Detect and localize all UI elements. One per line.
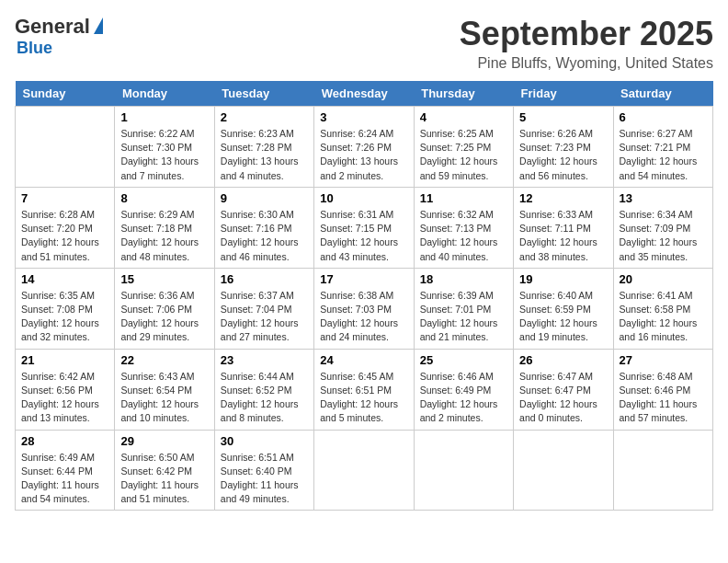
calendar-cell: 14Sunrise: 6:35 AMSunset: 7:08 PMDayligh… xyxy=(16,268,115,349)
week-row-1: 1Sunrise: 6:22 AMSunset: 7:30 PMDaylight… xyxy=(16,107,713,188)
day-info: Sunrise: 6:34 AMSunset: 7:09 PMDaylight:… xyxy=(620,208,707,264)
week-row-4: 21Sunrise: 6:42 AMSunset: 6:56 PMDayligh… xyxy=(16,349,713,430)
day-number: 20 xyxy=(620,272,707,286)
logo-triangle-icon xyxy=(94,17,103,34)
day-info: Sunrise: 6:25 AMSunset: 7:25 PMDaylight:… xyxy=(420,127,507,183)
day-info: Sunrise: 6:48 AMSunset: 6:46 PMDaylight:… xyxy=(620,370,707,426)
day-number: 18 xyxy=(420,272,507,286)
calendar-cell: 10Sunrise: 6:31 AMSunset: 7:15 PMDayligh… xyxy=(314,187,414,268)
day-info: Sunrise: 6:44 AMSunset: 6:52 PMDaylight:… xyxy=(221,370,308,426)
day-number: 23 xyxy=(221,353,308,367)
calendar-cell: 9Sunrise: 6:30 AMSunset: 7:16 PMDaylight… xyxy=(214,187,313,268)
header-thursday: Thursday xyxy=(414,81,513,107)
day-number: 5 xyxy=(519,110,607,124)
day-info: Sunrise: 6:40 AMSunset: 6:59 PMDaylight:… xyxy=(519,289,607,345)
calendar-cell: 19Sunrise: 6:40 AMSunset: 6:59 PMDayligh… xyxy=(514,268,613,349)
day-number: 16 xyxy=(221,272,308,286)
calendar-cell: 12Sunrise: 6:33 AMSunset: 7:11 PMDayligh… xyxy=(514,187,613,268)
day-number: 22 xyxy=(120,353,208,367)
header-sunday: Sunday xyxy=(16,81,115,107)
calendar-table: SundayMondayTuesdayWednesdayThursdayFrid… xyxy=(15,81,713,511)
day-info: Sunrise: 6:39 AMSunset: 7:01 PMDaylight:… xyxy=(420,289,507,345)
location-subtitle: Pine Bluffs, Wyoming, United States xyxy=(460,55,713,72)
calendar-cell: 24Sunrise: 6:45 AMSunset: 6:51 PMDayligh… xyxy=(314,349,414,430)
calendar-cell: 30Sunrise: 6:51 AMSunset: 6:40 PMDayligh… xyxy=(214,430,313,511)
day-info: Sunrise: 6:50 AMSunset: 6:42 PMDaylight:… xyxy=(120,451,208,507)
day-number: 14 xyxy=(21,272,108,286)
day-info: Sunrise: 6:45 AMSunset: 6:51 PMDaylight:… xyxy=(320,370,407,426)
calendar-cell: 7Sunrise: 6:28 AMSunset: 7:20 PMDaylight… xyxy=(16,187,115,268)
calendar-cell: 3Sunrise: 6:24 AMSunset: 7:26 PMDaylight… xyxy=(314,107,414,188)
day-number: 7 xyxy=(21,191,108,205)
calendar-cell: 13Sunrise: 6:34 AMSunset: 7:09 PMDayligh… xyxy=(613,187,712,268)
day-info: Sunrise: 6:36 AMSunset: 7:06 PMDaylight:… xyxy=(120,289,208,345)
day-info: Sunrise: 6:22 AMSunset: 7:30 PMDaylight:… xyxy=(120,127,208,183)
day-number: 24 xyxy=(320,353,407,367)
header-monday: Monday xyxy=(115,81,214,107)
page-header: General Blue September 2025 Pine Bluffs,… xyxy=(15,15,713,72)
calendar-cell: 29Sunrise: 6:50 AMSunset: 6:42 PMDayligh… xyxy=(115,430,214,511)
calendar-cell: 17Sunrise: 6:38 AMSunset: 7:03 PMDayligh… xyxy=(314,268,414,349)
day-number: 8 xyxy=(120,191,208,205)
calendar-cell xyxy=(314,430,414,511)
header-tuesday: Tuesday xyxy=(214,81,313,107)
header-saturday: Saturday xyxy=(613,81,712,107)
day-info: Sunrise: 6:37 AMSunset: 7:04 PMDaylight:… xyxy=(221,289,308,345)
month-title: September 2025 xyxy=(460,15,713,53)
day-info: Sunrise: 6:46 AMSunset: 6:49 PMDaylight:… xyxy=(420,370,507,426)
day-number: 11 xyxy=(420,191,507,205)
day-number: 26 xyxy=(519,353,607,367)
day-info: Sunrise: 6:30 AMSunset: 7:16 PMDaylight:… xyxy=(221,208,308,264)
day-number: 25 xyxy=(420,353,507,367)
day-number: 28 xyxy=(21,434,108,448)
day-info: Sunrise: 6:38 AMSunset: 7:03 PMDaylight:… xyxy=(320,289,407,345)
header-wednesday: Wednesday xyxy=(314,81,414,107)
day-number: 2 xyxy=(221,110,308,124)
day-info: Sunrise: 6:33 AMSunset: 7:11 PMDaylight:… xyxy=(519,208,607,264)
week-row-3: 14Sunrise: 6:35 AMSunset: 7:08 PMDayligh… xyxy=(16,268,713,349)
calendar-cell: 18Sunrise: 6:39 AMSunset: 7:01 PMDayligh… xyxy=(414,268,513,349)
day-info: Sunrise: 6:32 AMSunset: 7:13 PMDaylight:… xyxy=(420,208,507,264)
calendar-header-row: SundayMondayTuesdayWednesdayThursdayFrid… xyxy=(16,81,713,107)
logo: General Blue xyxy=(15,15,103,58)
calendar-cell: 25Sunrise: 6:46 AMSunset: 6:49 PMDayligh… xyxy=(414,349,513,430)
day-number: 27 xyxy=(620,353,707,367)
calendar-cell: 15Sunrise: 6:36 AMSunset: 7:06 PMDayligh… xyxy=(115,268,214,349)
day-info: Sunrise: 6:43 AMSunset: 6:54 PMDaylight:… xyxy=(120,370,208,426)
calendar-cell xyxy=(514,430,613,511)
day-number: 3 xyxy=(320,110,407,124)
day-info: Sunrise: 6:42 AMSunset: 6:56 PMDaylight:… xyxy=(21,370,108,426)
logo-blue-text: Blue xyxy=(17,39,52,58)
calendar-cell: 27Sunrise: 6:48 AMSunset: 6:46 PMDayligh… xyxy=(613,349,712,430)
calendar-cell: 11Sunrise: 6:32 AMSunset: 7:13 PMDayligh… xyxy=(414,187,513,268)
day-number: 4 xyxy=(420,110,507,124)
day-number: 15 xyxy=(120,272,208,286)
day-info: Sunrise: 6:24 AMSunset: 7:26 PMDaylight:… xyxy=(320,127,407,183)
logo-general-text: General xyxy=(15,15,90,39)
day-number: 10 xyxy=(320,191,407,205)
day-info: Sunrise: 6:49 AMSunset: 6:44 PMDaylight:… xyxy=(21,451,108,507)
day-number: 19 xyxy=(519,272,607,286)
day-info: Sunrise: 6:41 AMSunset: 6:58 PMDaylight:… xyxy=(620,289,707,345)
calendar-cell: 5Sunrise: 6:26 AMSunset: 7:23 PMDaylight… xyxy=(514,107,613,188)
day-info: Sunrise: 6:51 AMSunset: 6:40 PMDaylight:… xyxy=(221,451,308,507)
day-info: Sunrise: 6:26 AMSunset: 7:23 PMDaylight:… xyxy=(519,127,607,183)
calendar-cell: 4Sunrise: 6:25 AMSunset: 7:25 PMDaylight… xyxy=(414,107,513,188)
day-info: Sunrise: 6:29 AMSunset: 7:18 PMDaylight:… xyxy=(120,208,208,264)
day-number: 30 xyxy=(221,434,308,448)
day-info: Sunrise: 6:31 AMSunset: 7:15 PMDaylight:… xyxy=(320,208,407,264)
day-number: 29 xyxy=(120,434,208,448)
day-number: 1 xyxy=(120,110,208,124)
calendar-cell: 20Sunrise: 6:41 AMSunset: 6:58 PMDayligh… xyxy=(613,268,712,349)
day-info: Sunrise: 6:27 AMSunset: 7:21 PMDaylight:… xyxy=(620,127,707,183)
day-info: Sunrise: 6:35 AMSunset: 7:08 PMDaylight:… xyxy=(21,289,108,345)
calendar-cell: 16Sunrise: 6:37 AMSunset: 7:04 PMDayligh… xyxy=(214,268,313,349)
week-row-5: 28Sunrise: 6:49 AMSunset: 6:44 PMDayligh… xyxy=(16,430,713,511)
day-number: 9 xyxy=(221,191,308,205)
calendar-cell: 26Sunrise: 6:47 AMSunset: 6:47 PMDayligh… xyxy=(514,349,613,430)
header-friday: Friday xyxy=(514,81,613,107)
calendar-cell: 28Sunrise: 6:49 AMSunset: 6:44 PMDayligh… xyxy=(16,430,115,511)
calendar-cell: 1Sunrise: 6:22 AMSunset: 7:30 PMDaylight… xyxy=(115,107,214,188)
calendar-cell xyxy=(414,430,513,511)
calendar-cell: 8Sunrise: 6:29 AMSunset: 7:18 PMDaylight… xyxy=(115,187,214,268)
